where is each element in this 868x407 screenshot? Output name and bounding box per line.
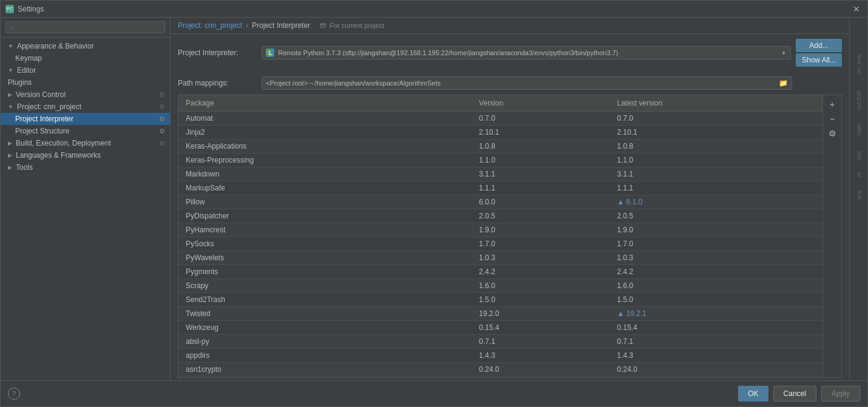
package-version: 2.4.2 (472, 265, 609, 279)
sidebar-item-tools[interactable]: ▶ Tools (1, 161, 170, 173)
package-latest-version: 1.9.0 (609, 223, 822, 237)
table-row[interactable]: MarkupSafe1.1.11.1.1 (178, 181, 822, 195)
package-version: 1.0.3 (472, 251, 609, 265)
expand-arrow: ▼ (8, 104, 13, 110)
bottom-right: OK Cancel Apply (738, 386, 860, 402)
expand-arrow: ▶ (8, 164, 12, 170)
package-version: 1.5.0 (472, 293, 609, 307)
breadcrumb-tag-text: For current project (330, 22, 384, 29)
package-name: PyHamcrest (178, 223, 472, 237)
package-latest-version: 1.1.1 (609, 181, 822, 195)
table-header: Package Version Latest version (178, 95, 822, 112)
package-name: Pygments (178, 265, 472, 279)
right-panel: rm_help rmCE20 nails da3 m ace (849, 18, 867, 380)
sidebar-item-project-structure[interactable]: Project Structure ⚙ (1, 125, 170, 137)
table-row[interactable]: Pygments2.4.22.4.2 (178, 265, 822, 279)
sidebar-item-project-interpreter[interactable]: Project Interpreter ⚙ (1, 113, 170, 125)
package-version: 1.0.8 (472, 140, 609, 153)
package-latest-version: 0.15.4 (609, 321, 822, 335)
package-version: 2.0.5 (472, 209, 609, 223)
sidebar-item-vcs[interactable]: ▶ Version Control ⚙ (1, 89, 170, 101)
package-version: 0.24.0 (472, 363, 609, 377)
table-row[interactable]: appdirs1.4.31.4.3 (178, 349, 822, 363)
main-panel: Project: cnn_project › Project Interpret… (171, 18, 849, 380)
table-row[interactable]: Jinja22.10.12.10.1 (178, 126, 822, 140)
package-latest-version: 2.4.2 (609, 265, 822, 279)
table-row[interactable]: PyWavelets1.0.31.0.3 (178, 251, 822, 265)
package-name: Markdown (178, 167, 472, 181)
package-version: 0.8.0 (472, 377, 609, 378)
package-latest-version: 1.5.0 (609, 293, 822, 307)
breadcrumb-project[interactable]: Project: cnn_project (178, 21, 242, 30)
gear-icon: ⚙ (159, 140, 165, 147)
interpreter-select[interactable]: 🐍 Remote Python 3.7.3 (sftp://jiangshan@… (262, 46, 791, 59)
package-name: Twisted (178, 307, 472, 321)
sidebar-item-build[interactable]: ▶ Build, Execution, Deployment ⚙ (1, 137, 170, 149)
table-row[interactable]: PyDispatcher2.0.52.0.5 (178, 209, 822, 223)
table-row[interactable]: Markdown3.1.13.1.1 (178, 167, 822, 181)
table-row[interactable]: Scrapy1.6.01.6.0 (178, 279, 822, 293)
help-button[interactable]: ? (8, 388, 20, 400)
sidebar-item-label: Editor (17, 66, 36, 75)
path-input[interactable]: <Project root>→/home/jiangshan/workspace… (262, 76, 792, 90)
table-row[interactable]: Werkzeug0.15.40.15.4 (178, 321, 822, 335)
package-name: absl-py (178, 335, 472, 349)
packages-area: Package Version Latest version Automat0.… (178, 95, 842, 378)
package-name: astor (178, 377, 472, 378)
sidebar-item-keymap[interactable]: Keymap (1, 52, 170, 64)
package-name: PySocks (178, 237, 472, 251)
ok-button[interactable]: OK (738, 386, 768, 402)
package-version: 0.7.1 (472, 335, 609, 349)
package-name: Send2Trash (178, 293, 472, 307)
settings-package-button[interactable]: ⚙ (826, 127, 839, 140)
table-row[interactable]: Keras-Applications1.0.81.0.8 (178, 140, 822, 153)
expand-arrow: ▼ (8, 67, 13, 73)
table-row[interactable]: astor0.8.00.8.0 (178, 377, 822, 378)
table-row[interactable]: Pillow6.0.0▲ 6.1.0 (178, 195, 822, 209)
right-panel-text4: da3 (856, 151, 862, 160)
package-version: 1.9.0 (472, 223, 609, 237)
cancel-button[interactable]: Cancel (773, 386, 816, 402)
gear-icon: ⚙ (159, 115, 165, 123)
package-name: PyDispatcher (178, 209, 472, 223)
sidebar-item-languages[interactable]: ▶ Languages & Frameworks (1, 149, 170, 161)
column-header-latest: Latest version (609, 95, 822, 112)
breadcrumb-arrow: › (246, 21, 248, 30)
column-header-package: Package (178, 95, 472, 112)
search-input[interactable] (5, 21, 165, 33)
table-row[interactable]: Automat0.7.00.7.0 (178, 112, 822, 126)
interpreter-row: Project Interpreter: 🐍 Remote Python 3.7… (171, 34, 849, 72)
show-all-button[interactable]: Show All... (796, 53, 842, 67)
table-row[interactable]: PySocks1.7.01.7.0 (178, 237, 822, 251)
sidebar-item-plugins[interactable]: Plugins (1, 76, 170, 89)
sidebar-item-appearance[interactable]: ▼ Appearance & Behavior (1, 40, 170, 52)
package-name: Scrapy (178, 279, 472, 293)
package-version: 2.10.1 (472, 126, 609, 140)
package-latest-version: 1.7.0 (609, 237, 822, 251)
table-row[interactable]: asn1crypto0.24.00.24.0 (178, 363, 822, 377)
close-button[interactable]: ✕ (850, 3, 863, 15)
sidebar-item-label: Version Control (16, 90, 66, 99)
folder-icon[interactable]: 📁 (779, 79, 788, 87)
settings-window: PC Settings ✕ ▼ Appearance & Behavior Ke… (0, 0, 868, 407)
sidebar-item-editor[interactable]: ▼ Editor (1, 64, 170, 76)
right-panel-text5: m (856, 172, 862, 177)
package-name: MarkupSafe (178, 181, 472, 195)
add-package-button[interactable]: + (826, 98, 839, 111)
gear-icon: ⚙ (159, 91, 165, 99)
sidebar-item-label: Project Structure (15, 127, 69, 135)
path-value: <Project root>→/home/jiangshan/workspace… (266, 79, 441, 87)
table-row[interactable]: Twisted19.2.0▲ 19.2.1 (178, 307, 822, 321)
package-version: 0.15.4 (472, 321, 609, 335)
package-version: 1.7.0 (472, 237, 609, 251)
apply-button[interactable]: Apply (821, 386, 860, 402)
table-row[interactable]: Send2Trash1.5.01.5.0 (178, 293, 822, 307)
right-panel-text: rm_help (856, 54, 862, 74)
table-row[interactable]: absl-py0.7.10.7.1 (178, 335, 822, 349)
table-row[interactable]: Keras-Preprocessing1.1.01.1.0 (178, 153, 822, 167)
sidebar-item-project[interactable]: ▼ Project: cnn_project ⚙ (1, 101, 170, 113)
add-button[interactable]: Add... (796, 39, 842, 52)
remove-package-button[interactable]: − (826, 112, 839, 126)
table-row[interactable]: PyHamcrest1.9.01.9.0 (178, 223, 822, 237)
sidebar-item-label: Build, Execution, Deployment (16, 139, 111, 147)
